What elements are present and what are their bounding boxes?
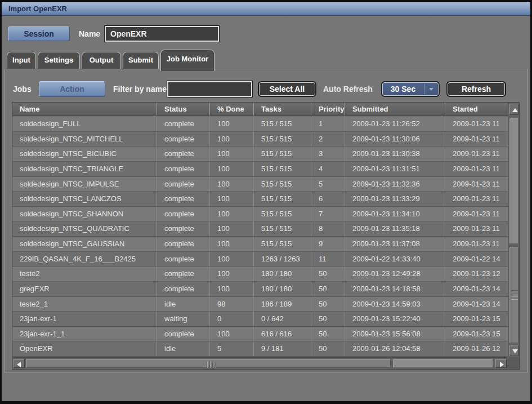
table-cell: 5 (311, 177, 345, 192)
table-cell: 100 (209, 207, 253, 221)
session-name-input[interactable] (105, 26, 219, 42)
table-cell: 100 (209, 146, 253, 161)
table-cell: 2009-01-23 11 (445, 132, 508, 146)
column-header-name[interactable]: Name (12, 103, 157, 116)
table-cell: 100 (209, 192, 253, 206)
filter-input[interactable] (167, 81, 252, 97)
table-row[interactable]: soldedesign_NTSC_GAUSSIANcomplete100515 … (12, 237, 508, 252)
table-cell: 1263 / 1263 (253, 252, 311, 267)
tab-settings[interactable]: Settings (38, 52, 80, 69)
scroll-right-icon (500, 362, 504, 367)
scroll-up-button[interactable] (509, 104, 518, 115)
table-cell: 0 (209, 312, 253, 326)
table-cell: 515 / 515 (253, 132, 311, 146)
session-button[interactable]: Session (8, 26, 70, 41)
table-row[interactable]: soldedesign_NTSC_BICUBICcomplete100515 /… (12, 146, 508, 162)
table-cell: 23jan-exr-1_1 (12, 327, 157, 341)
scrollbar-corner (508, 357, 519, 369)
vertical-scroll-segment[interactable] (509, 118, 518, 244)
table-row[interactable]: soldedesign_NTSC_IMPULSEcomplete100515 /… (12, 177, 508, 192)
table-row[interactable]: 229IB_QASAN_4K_F_16___B2425complete10012… (12, 252, 508, 267)
table-cell: 9 / 181 (253, 341, 311, 356)
refresh-button[interactable]: Refresh (446, 81, 506, 97)
column-header-submitted[interactable]: Submitted (345, 103, 445, 116)
table-cell: 515 / 515 (253, 177, 311, 192)
tab-input[interactable]: Input (7, 52, 36, 69)
column-header-priority[interactable]: Priority (311, 103, 345, 116)
table-cell: 180 / 180 (253, 282, 311, 296)
table-cell: teste2_1 (12, 297, 157, 312)
table-row[interactable]: teste2complete100180 / 180502009-01-23 1… (12, 267, 508, 282)
refresh-interval-dropdown[interactable]: 30 Sec (381, 81, 440, 97)
table-cell: 2009-01-23 11 (445, 177, 508, 192)
table-cell: complete (157, 146, 209, 161)
horizontal-scroll-thumb[interactable] (26, 359, 391, 368)
table-cell: 50 (311, 267, 345, 281)
tab-output[interactable]: Output (82, 52, 121, 69)
table-cell: 2009-01-23 12 (445, 267, 508, 281)
table-cell: 2009-01-23 14 (445, 297, 508, 312)
table-cell: 50 (311, 327, 345, 341)
table-row[interactable]: 23jan-exr-1_1complete100616 / 616502009-… (12, 327, 508, 342)
scroll-down-button[interactable] (509, 345, 518, 356)
table-row[interactable]: soldedesign_NTSC_MITCHELLcomplete100515 … (12, 132, 508, 147)
table-row[interactable]: 23jan-exr-1waiting00 / 642502009-01-23 1… (12, 312, 508, 327)
table-cell: 515 / 515 (253, 162, 311, 176)
scroll-right-button[interactable] (495, 359, 507, 368)
table-cell: 2009-01-23 11:32:36 (345, 177, 445, 192)
table-cell: 2009-01-23 11 (445, 146, 508, 161)
table-cell: 2009-01-23 11:35:18 (345, 221, 445, 236)
table-cell: 515 / 515 (253, 207, 311, 221)
table-row[interactable]: soldedesign_NTSC_QUADRATICcomplete100515… (12, 221, 508, 237)
table-cell: 2009-01-23 11:30:38 (345, 146, 445, 161)
table-cell: 2009-01-23 15:22:40 (345, 312, 445, 326)
scroll-left-button[interactable] (14, 359, 25, 368)
table-cell: 2009-01-23 11:37:08 (345, 237, 445, 251)
table-row[interactable]: soldedesign_FULLcomplete100515 / 5151200… (12, 117, 508, 132)
vertical-scrollbar[interactable] (508, 103, 519, 357)
horizontal-scroll-segment[interactable] (393, 359, 493, 368)
column-header-started[interactable]: Started (445, 103, 509, 116)
table-cell: idle (157, 297, 209, 312)
tab-job-monitor[interactable]: Job Monitor (160, 50, 214, 71)
table-cell: 100 (209, 162, 253, 176)
column-header-tasks[interactable]: Tasks (253, 103, 311, 116)
scroll-left-icon (17, 362, 21, 367)
table-row[interactable]: gregEXRcomplete100180 / 180502009-01-23 … (12, 282, 508, 297)
jobs-label: Jobs (13, 81, 32, 97)
column-header-done[interactable]: % Done (209, 103, 253, 116)
table-cell: 2009-01-26 12:04:58 (345, 341, 445, 356)
table-cell: 5 (209, 341, 253, 356)
table-cell: gregEXR (12, 282, 157, 296)
table-cell: complete (157, 267, 209, 281)
select-all-button[interactable]: Select All (258, 81, 316, 97)
table-row[interactable]: OpenEXRidle59 / 181502009-01-26 12:04:58… (12, 341, 508, 357)
table-row[interactable]: teste2_1idle98186 / 189502009-01-23 14:5… (12, 297, 508, 312)
table-cell: 515 / 515 (253, 237, 311, 251)
table-cell: 515 / 515 (253, 221, 311, 236)
table-cell: teste2 (12, 267, 157, 281)
table-cell: 6 (311, 192, 345, 206)
table-cell: OpenEXR (12, 341, 157, 356)
column-header-status[interactable]: Status (157, 103, 209, 116)
table-cell: complete (157, 177, 209, 192)
table-cell: 1 (311, 117, 345, 131)
scrollbar-grip (512, 290, 518, 301)
table-cell: 100 (209, 282, 253, 296)
table-cell: 229IB_QASAN_4K_F_16___B2425 (12, 252, 157, 267)
table-row[interactable]: soldedesign_NTSC_LANCZOScomplete100515 /… (12, 192, 508, 207)
horizontal-scrollbar[interactable] (12, 357, 508, 369)
table-cell: 50 (311, 312, 345, 326)
table-cell: 100 (209, 177, 253, 192)
tab-submit[interactable]: Submit (123, 52, 159, 69)
action-button[interactable]: Action (39, 81, 105, 97)
table-cell: 100 (209, 237, 253, 251)
table-row[interactable]: soldedesign_NTSC_SHANNONcomplete100515 /… (12, 207, 508, 222)
table-cell: 0 / 642 (253, 312, 311, 326)
table-cell: 2009-01-23 11 (445, 237, 508, 251)
chevron-down-icon[interactable] (429, 88, 433, 91)
table-cell: complete (157, 327, 209, 341)
table-row[interactable]: soldedesign_NTSC_TRIANGLEcomplete100515 … (12, 162, 508, 177)
vertical-scroll-thumb[interactable] (509, 247, 518, 343)
table-cell: 2 (311, 132, 345, 146)
